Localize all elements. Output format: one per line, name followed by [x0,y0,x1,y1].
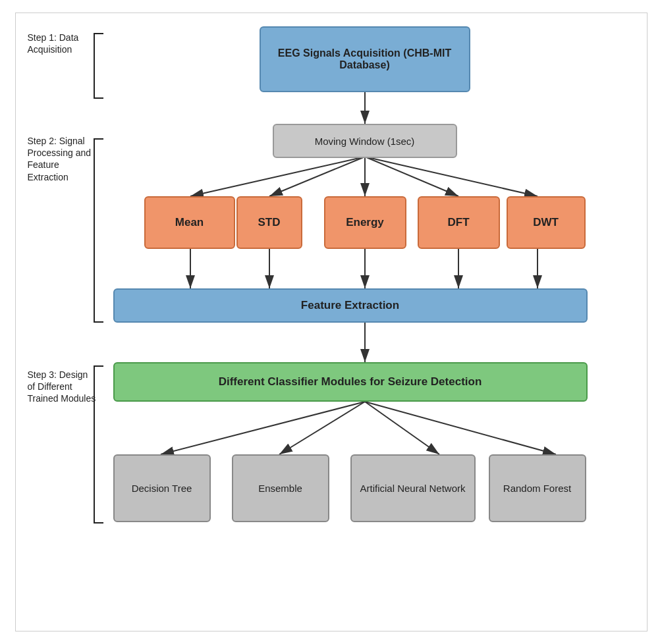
classifier-label: Different Classifier Modules for Seizure… [219,375,482,389]
brace1 [94,33,95,99]
ann-label: Artificial Neural Network [360,483,465,494]
brace2-bot [94,321,103,323]
svg-line-6 [365,157,538,196]
std-box: STD [236,196,302,249]
classifier-box: Different Classifier Modules for Seizure… [113,362,588,402]
decision-tree-box: Decision Tree [113,454,211,522]
dwt-label: DWT [533,216,559,229]
dft-label: DFT [447,216,469,229]
brace3-top [94,365,103,367]
feature-extraction-box: Feature Extraction [113,288,588,323]
ensemble-label: Ensemble [258,483,302,494]
moving-window-box: Moving Window (1sec) [273,124,457,158]
moving-window-label: Moving Window (1sec) [315,136,415,147]
std-label: STD [258,216,281,229]
decision-tree-label: Decision Tree [132,483,192,494]
brace1-top [94,33,103,34]
svg-line-2 [190,157,365,196]
eeg-label: EEG Signals Acquisition (CHB-MIT Databas… [261,47,469,71]
random-forest-label: Random Forest [503,483,571,494]
dwt-box: DWT [507,196,586,249]
svg-line-15 [365,402,439,454]
svg-line-3 [269,157,365,196]
diagram-wrapper: Step 1: Data Acquisition Step 2: Signal … [15,13,648,631]
step1-label: Step 1: Data Acquisition [28,32,94,55]
svg-line-16 [365,402,556,454]
brace1-bot [94,97,103,99]
random-forest-box: Random Forest [489,454,586,522]
ensemble-box: Ensemble [232,454,329,522]
dft-box: DFT [418,196,500,249]
svg-line-13 [161,402,365,454]
step2-label: Step 2: Signal Processing and Feature Ex… [28,135,97,183]
eeg-box: EEG Signals Acquisition (CHB-MIT Databas… [260,26,470,92]
mean-box: Mean [144,196,235,249]
mean-label: Mean [175,216,204,229]
svg-line-14 [279,402,365,454]
feature-extraction-label: Feature Extraction [301,299,399,312]
step3-label: Step 3: Design of Different Trained Modu… [28,369,97,405]
brace2-top [94,138,103,140]
energy-label: Energy [346,216,384,229]
energy-box: Energy [324,196,406,249]
ann-box: Artificial Neural Network [350,454,476,522]
brace3 [94,365,95,523]
brace3-bot [94,522,103,523]
svg-line-5 [365,157,458,196]
brace2 [94,138,95,323]
